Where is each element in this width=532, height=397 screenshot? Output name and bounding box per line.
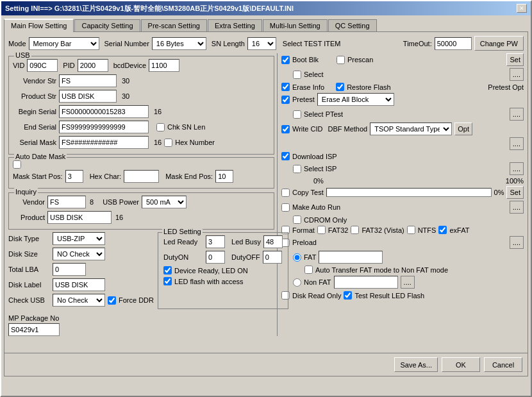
tsop-select[interactable]: TSOP Standard Type	[370, 122, 452, 135]
fat-input[interactable]	[319, 251, 383, 264]
tab-capacity-setting[interactable]: Capacity Setting	[74, 19, 140, 33]
product-str-input[interactable]	[59, 90, 117, 103]
hex-number-checkbox[interactable]	[164, 139, 172, 147]
erase-info-checkbox[interactable]	[281, 83, 290, 91]
boot-blk-checkbox[interactable]	[281, 56, 290, 64]
auto-transfer-checkbox[interactable]	[304, 266, 313, 274]
write-cid-dropdown-row: ....	[293, 137, 524, 150]
make-auto-run-label: Make Auto Run	[292, 203, 340, 211]
disk-size-row: Disk Size NO Check	[8, 248, 154, 260]
tab-multi-lun-setting[interactable]: Multi-lun Setting	[263, 19, 328, 33]
pid-input[interactable]	[78, 59, 108, 72]
ok-button[interactable]: OK	[442, 357, 480, 372]
mp-package-label: MP Package No	[8, 314, 59, 322]
dotted-btn-3[interactable]: ....	[510, 137, 524, 150]
vid-input[interactable]	[27, 59, 58, 72]
led-ready-input[interactable]	[206, 235, 225, 248]
disk-label-input[interactable]	[53, 278, 105, 291]
tab-extra-setting[interactable]: Extra Setting	[208, 19, 262, 33]
cdrom-only-checkbox[interactable]	[293, 215, 301, 224]
serial-mask-input[interactable]	[59, 136, 149, 149]
end-serial-input[interactable]	[59, 121, 149, 133]
fat32-vista-checkbox[interactable]	[351, 226, 359, 234]
timeout-input[interactable]	[435, 37, 472, 50]
copy-test-progress	[326, 188, 492, 197]
hex-char-input[interactable]	[124, 170, 159, 183]
total-lba-label: Total LBA	[8, 266, 50, 273]
serial-number-select[interactable]: 16 Bytes	[152, 37, 206, 50]
restore-flash-checkbox[interactable]	[336, 83, 344, 91]
bcd-input[interactable]	[149, 59, 179, 72]
sn-length-select[interactable]: 16	[247, 37, 276, 50]
mp-package-input[interactable]	[8, 323, 60, 336]
device-ready-checkbox[interactable]	[163, 266, 172, 275]
non-fat-radio[interactable]	[293, 278, 301, 287]
exfat-checkbox[interactable]	[438, 226, 447, 234]
tab-main-flow-setting[interactable]: Main Flow Setting	[4, 19, 74, 32]
tab-prescan-setting[interactable]: Pre-scan Setting	[141, 19, 207, 33]
dotted-btn-4[interactable]: ....	[510, 162, 524, 175]
dotted-btn-2[interactable]: ....	[510, 108, 524, 121]
ntfs-checkbox[interactable]	[407, 226, 415, 234]
set-button-1[interactable]: Set	[506, 53, 524, 66]
chk-sn-len-label: Chk SN Len	[167, 123, 205, 131]
inq-product-input[interactable]	[47, 211, 112, 224]
bottom-bar: Save As... OK Cancel	[4, 353, 528, 376]
duty-on-input[interactable]	[206, 251, 225, 264]
cancel-button[interactable]: Cancel	[484, 357, 522, 372]
disk-size-select[interactable]: NO Check	[53, 248, 105, 260]
select-ptest-checkbox[interactable]	[293, 110, 301, 119]
fat32-checkbox[interactable]	[317, 226, 326, 234]
opt-button[interactable]: Opt	[454, 122, 472, 135]
tab-bar: Main Flow Setting Capacity Setting Pre-s…	[4, 18, 528, 31]
mask-end-input[interactable]	[215, 170, 233, 183]
mode-select[interactable]: Memory Bar	[29, 37, 99, 50]
auto-transfer-row: Auto Transfer FAT mode to Non FAT mode	[304, 266, 524, 274]
led-flash-checkbox[interactable]	[163, 277, 172, 285]
vid-label: VID	[13, 62, 24, 69]
select-ptest-label: Select PTest	[304, 110, 343, 118]
non-fat-input[interactable]	[334, 276, 398, 289]
vendor-str-input[interactable]	[59, 74, 117, 87]
disk-size-label: Disk Size	[8, 250, 50, 258]
select-isp-checkbox[interactable]	[293, 165, 301, 173]
auto-date-checkbox[interactable]	[13, 160, 21, 169]
copy-set-button[interactable]: Set	[506, 186, 524, 199]
pretest-checkbox[interactable]	[281, 96, 290, 104]
inq-vendor-input[interactable]	[47, 196, 86, 208]
erase-info-row: Erase Info Restore Flash Pretest Opt	[281, 83, 524, 91]
vendor-str-row: Vendor Str 30	[13, 74, 270, 87]
check-usb-select[interactable]: No Check	[53, 294, 105, 307]
dotted-btn-1[interactable]: ....	[510, 68, 524, 81]
left-panel: USB VID PID bcdDevice Vendor Str	[8, 53, 274, 336]
change-pw-button[interactable]: Change PW	[474, 36, 524, 51]
begin-serial-input[interactable]	[59, 105, 149, 118]
force-ddr-checkbox[interactable]	[108, 296, 116, 305]
fat-radio[interactable]	[293, 253, 301, 262]
product-str-row: Product Str 30	[13, 90, 270, 103]
close-button[interactable]: ✕	[517, 4, 527, 13]
download-isp-checkbox[interactable]	[281, 152, 290, 160]
select-checkbox[interactable]	[293, 71, 301, 79]
inquiry-group: Inquiry Vendor 8 USB Power 500 mA Produc…	[8, 192, 274, 230]
disk-type-label: Disk Type	[8, 235, 50, 242]
total-lba-input[interactable]	[53, 263, 86, 276]
usb-power-select[interactable]: 500 mA	[142, 196, 187, 208]
erase-all-block-select[interactable]: Erase All Block	[317, 93, 394, 106]
chk-sn-len-checkbox[interactable]	[156, 123, 165, 131]
duty-off-input[interactable]	[263, 251, 282, 264]
format-row: Format FAT32 FAT32 (Vista) NTFS exFAT	[281, 226, 524, 234]
dotted-btn-5[interactable]: ....	[510, 201, 524, 214]
make-auto-run-checkbox[interactable]	[281, 203, 290, 212]
mask-start-input[interactable]	[65, 170, 83, 183]
save-as-button[interactable]: Save As...	[394, 357, 438, 372]
test-result-checkbox[interactable]	[344, 291, 352, 300]
prescan-checkbox[interactable]	[337, 56, 345, 64]
disk-type-select[interactable]: USB-ZIP	[53, 232, 105, 245]
dotted-btn-7[interactable]: ....	[401, 276, 415, 289]
copy-test-checkbox[interactable]	[281, 189, 290, 197]
led-busy-input[interactable]	[263, 235, 283, 248]
write-cid-checkbox[interactable]	[281, 125, 290, 133]
tab-qc-setting[interactable]: QC Setting	[328, 19, 377, 33]
dotted-btn-6[interactable]: ....	[510, 236, 524, 249]
